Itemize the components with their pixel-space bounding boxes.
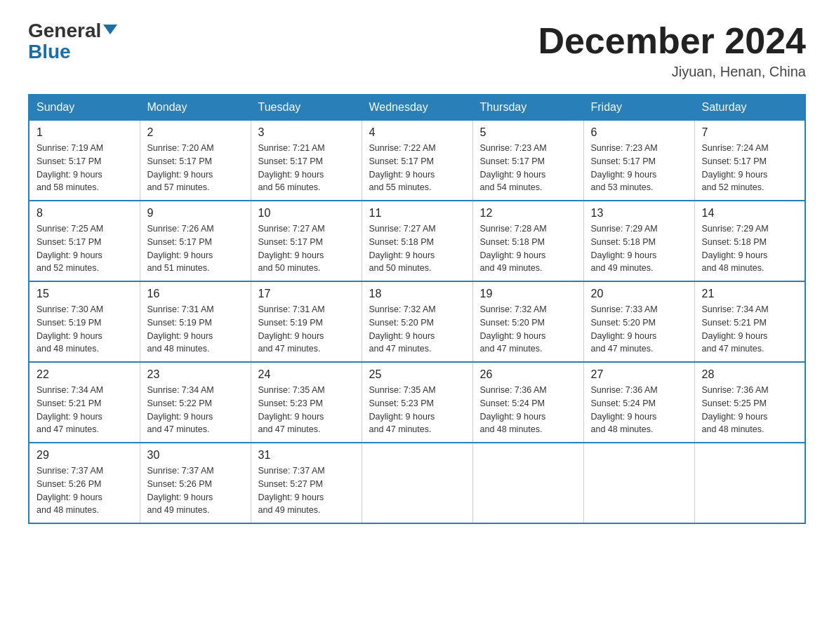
day-info-line: Daylight: 9 hours xyxy=(258,331,324,341)
day-info-line: Daylight: 9 hours xyxy=(37,412,102,422)
day-info: Sunrise: 7:20 AMSunset: 5:17 PMDaylight:… xyxy=(147,142,244,194)
day-info-line: Sunrise: 7:24 AM xyxy=(702,143,769,153)
day-info: Sunrise: 7:27 AMSunset: 5:17 PMDaylight:… xyxy=(258,222,355,275)
day-info: Sunrise: 7:35 AMSunset: 5:23 PMDaylight:… xyxy=(369,384,465,436)
day-info-line: Sunset: 5:21 PM xyxy=(702,318,767,328)
logo-arrow-icon xyxy=(103,25,117,34)
day-info-line: Sunrise: 7:37 AM xyxy=(147,466,214,476)
day-number: 24 xyxy=(258,368,355,381)
calendar-cell: 30Sunrise: 7:37 AMSunset: 5:26 PMDayligh… xyxy=(140,443,251,523)
day-of-week-header: Thursday xyxy=(472,95,583,120)
day-number: 10 xyxy=(258,207,355,220)
day-info: Sunrise: 7:23 AMSunset: 5:17 PMDaylight:… xyxy=(480,142,576,194)
day-info-line: Sunrise: 7:26 AM xyxy=(147,224,214,234)
day-info-line: Daylight: 9 hours xyxy=(591,412,657,422)
day-info-line: Daylight: 9 hours xyxy=(37,250,102,260)
day-info-line: Daylight: 9 hours xyxy=(147,331,213,341)
day-info-line: and 57 minutes. xyxy=(147,182,210,192)
day-info-line: Daylight: 9 hours xyxy=(147,492,213,502)
calendar-cell: 14Sunrise: 7:29 AMSunset: 5:18 PMDayligh… xyxy=(694,201,805,281)
day-number: 13 xyxy=(591,207,687,220)
calendar-cell: 6Sunrise: 7:23 AMSunset: 5:17 PMDaylight… xyxy=(583,120,694,201)
logo-top: General xyxy=(28,21,117,41)
day-info-line: and 47 minutes. xyxy=(480,344,543,354)
day-info-line: Daylight: 9 hours xyxy=(480,412,546,422)
day-number: 8 xyxy=(37,207,133,220)
day-info-line: and 55 minutes. xyxy=(369,182,432,192)
calendar-cell: 9Sunrise: 7:26 AMSunset: 5:17 PMDaylight… xyxy=(140,201,251,281)
day-info-line: Sunrise: 7:32 AM xyxy=(480,304,547,314)
day-info-line: Sunrise: 7:31 AM xyxy=(258,304,325,314)
day-info: Sunrise: 7:37 AMSunset: 5:26 PMDaylight:… xyxy=(37,464,133,517)
day-info-line: Sunset: 5:18 PM xyxy=(480,237,545,247)
day-info-line: Sunset: 5:24 PM xyxy=(480,398,545,408)
calendar-cell: 24Sunrise: 7:35 AMSunset: 5:23 PMDayligh… xyxy=(251,362,362,443)
day-info-line: and 47 minutes. xyxy=(591,344,654,354)
day-info-line: and 48 minutes. xyxy=(591,424,654,434)
day-info-line: Sunset: 5:23 PM xyxy=(369,398,434,408)
day-info-line: Sunrise: 7:32 AM xyxy=(369,304,436,314)
day-info-line: and 56 minutes. xyxy=(258,182,321,192)
logo: General Blue xyxy=(28,21,117,62)
day-info-line: Daylight: 9 hours xyxy=(258,250,324,260)
day-number: 15 xyxy=(37,288,133,300)
calendar-cell: 17Sunrise: 7:31 AMSunset: 5:19 PMDayligh… xyxy=(251,281,362,362)
day-info-line: Daylight: 9 hours xyxy=(258,492,324,502)
calendar-cell: 18Sunrise: 7:32 AMSunset: 5:20 PMDayligh… xyxy=(362,281,472,362)
day-info-line: Daylight: 9 hours xyxy=(480,250,546,260)
calendar-cell: 2Sunrise: 7:20 AMSunset: 5:17 PMDaylight… xyxy=(140,120,251,201)
day-number: 7 xyxy=(702,126,798,139)
calendar-cell: 19Sunrise: 7:32 AMSunset: 5:20 PMDayligh… xyxy=(472,281,583,362)
day-number: 21 xyxy=(702,288,798,300)
day-info-line: Daylight: 9 hours xyxy=(702,331,768,341)
day-info-line: Sunrise: 7:36 AM xyxy=(702,385,769,395)
day-info: Sunrise: 7:36 AMSunset: 5:24 PMDaylight:… xyxy=(480,384,576,436)
day-number: 28 xyxy=(702,368,798,381)
day-info: Sunrise: 7:34 AMSunset: 5:21 PMDaylight:… xyxy=(37,384,133,436)
calendar-cell: 26Sunrise: 7:36 AMSunset: 5:24 PMDayligh… xyxy=(472,362,583,443)
day-info-line: Sunset: 5:20 PM xyxy=(591,318,656,328)
day-info: Sunrise: 7:22 AMSunset: 5:17 PMDaylight:… xyxy=(369,142,465,194)
day-info: Sunrise: 7:32 AMSunset: 5:20 PMDaylight:… xyxy=(369,303,465,356)
day-number: 12 xyxy=(480,207,576,220)
calendar-cell: 11Sunrise: 7:27 AMSunset: 5:18 PMDayligh… xyxy=(362,201,472,281)
calendar-week-row: 1Sunrise: 7:19 AMSunset: 5:17 PMDaylight… xyxy=(29,120,805,201)
day-info: Sunrise: 7:21 AMSunset: 5:17 PMDaylight:… xyxy=(258,142,355,194)
day-info-line: Sunset: 5:17 PM xyxy=(147,156,212,166)
day-info-line: and 49 minutes. xyxy=(591,263,654,273)
day-number: 4 xyxy=(369,126,465,139)
calendar-cell: 20Sunrise: 7:33 AMSunset: 5:20 PMDayligh… xyxy=(583,281,694,362)
day-info-line: Daylight: 9 hours xyxy=(702,170,768,180)
calendar-cell: 27Sunrise: 7:36 AMSunset: 5:24 PMDayligh… xyxy=(583,362,694,443)
day-info: Sunrise: 7:33 AMSunset: 5:20 PMDaylight:… xyxy=(591,303,687,356)
day-info-line: Daylight: 9 hours xyxy=(37,170,102,180)
day-number: 3 xyxy=(258,126,355,139)
day-info: Sunrise: 7:36 AMSunset: 5:24 PMDaylight:… xyxy=(591,384,687,436)
day-number: 9 xyxy=(147,207,244,220)
calendar-cell: 7Sunrise: 7:24 AMSunset: 5:17 PMDaylight… xyxy=(694,120,805,201)
day-info: Sunrise: 7:31 AMSunset: 5:19 PMDaylight:… xyxy=(147,303,244,356)
day-number: 16 xyxy=(147,288,244,300)
day-info-line: Sunset: 5:19 PM xyxy=(258,318,323,328)
day-info-line: Sunset: 5:17 PM xyxy=(702,156,767,166)
day-info: Sunrise: 7:27 AMSunset: 5:18 PMDaylight:… xyxy=(369,222,465,275)
calendar-cell: 4Sunrise: 7:22 AMSunset: 5:17 PMDaylight… xyxy=(362,120,472,201)
day-info-line: Sunrise: 7:37 AM xyxy=(258,466,325,476)
day-number: 1 xyxy=(37,126,133,139)
day-info-line: and 47 minutes. xyxy=(37,424,99,434)
calendar-week-row: 22Sunrise: 7:34 AMSunset: 5:21 PMDayligh… xyxy=(29,362,805,443)
day-info-line: and 47 minutes. xyxy=(258,424,321,434)
calendar-cell: 1Sunrise: 7:19 AMSunset: 5:17 PMDaylight… xyxy=(29,120,140,201)
day-info-line: Sunset: 5:26 PM xyxy=(37,479,101,489)
day-number: 5 xyxy=(480,126,576,139)
day-info-line: and 48 minutes. xyxy=(37,505,99,515)
day-info-line: Daylight: 9 hours xyxy=(147,412,213,422)
day-info-line: Sunrise: 7:22 AM xyxy=(369,143,436,153)
day-info-line: Sunset: 5:22 PM xyxy=(147,398,212,408)
day-info-line: Daylight: 9 hours xyxy=(37,331,102,341)
day-info-line: Sunset: 5:27 PM xyxy=(258,479,323,489)
day-info-line: Daylight: 9 hours xyxy=(480,331,546,341)
day-info-line: Sunrise: 7:28 AM xyxy=(480,224,547,234)
day-info-line: and 49 minutes. xyxy=(147,505,210,515)
day-info-line: Daylight: 9 hours xyxy=(369,331,435,341)
